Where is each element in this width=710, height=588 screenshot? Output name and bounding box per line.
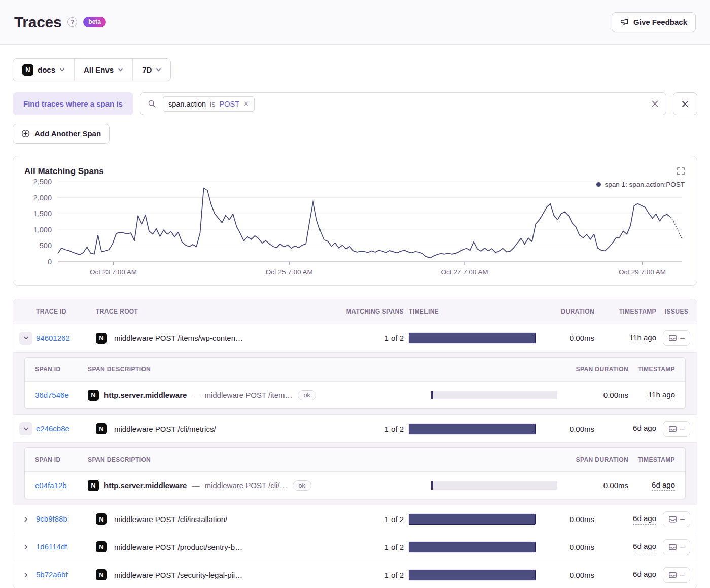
timeline-bar[interactable] [409, 333, 536, 343]
span-status-badge: ok [293, 480, 311, 491]
timestamp-text[interactable]: 6d ago [633, 423, 656, 434]
issues-count: – [680, 542, 685, 551]
trace-id-link[interactable]: 5b72a6bf [36, 570, 68, 579]
trace-id-cell: 9cb9f88b [36, 514, 96, 524]
timestamp-cell: 6d ago [594, 513, 656, 524]
col-span-description: Span Description [88, 456, 425, 463]
collapse-trace-icon[interactable] [19, 422, 32, 435]
search-icon [148, 99, 156, 108]
span-row: e04fa12bNhttp.server.middleware—middlewa… [25, 472, 685, 499]
timestamp-text[interactable]: 6d ago [633, 569, 656, 580]
issues-inbox-icon [668, 425, 677, 433]
timeline-bar[interactable] [409, 514, 536, 525]
matching-spans-cell: 1 of 2 [339, 425, 404, 433]
issues-button[interactable]: – [663, 567, 690, 583]
span-id-link[interactable]: 36d7546e [35, 391, 69, 399]
issues-button[interactable]: – [663, 511, 690, 527]
traces-table: Trace ID Trace Root Matching Spans Timel… [13, 299, 697, 588]
line-chart[interactable]: 05001,0001,5002,0002,500Oct 23 7:00 AMOc… [24, 177, 687, 279]
timestamp-text[interactable]: 11h ago [629, 333, 656, 343]
span-description-text: middleware POST /item… [204, 391, 292, 399]
issues-button[interactable]: – [663, 539, 690, 555]
issues-inbox-icon [668, 334, 677, 342]
timeline-bar[interactable] [409, 570, 536, 580]
span-timestamp-cell: 11h ago [628, 390, 685, 400]
svg-text:Oct 27 7:00 AM: Oct 27 7:00 AM [441, 268, 488, 276]
help-icon[interactable]: ? [67, 17, 77, 27]
col-span-timestamp: Timestamp [628, 456, 685, 463]
chart-legend: span 1: span.action:POST [596, 181, 685, 188]
span-id-link[interactable]: e04fa12b [35, 481, 67, 490]
timeline-cell [404, 514, 541, 525]
trace-row-chevron-cell [13, 332, 36, 345]
timestamp-cell: 6d ago [594, 569, 656, 580]
issues-count: – [680, 570, 685, 579]
collapse-trace-icon[interactable] [19, 332, 32, 345]
matching-spans-cell: 1 of 2 [339, 571, 404, 579]
svg-text:Oct 25 7:00 AM: Oct 25 7:00 AM [266, 268, 313, 276]
matching-spans-cell: 1 of 2 [339, 515, 404, 524]
nextjs-icon: N [96, 513, 107, 525]
issues-cell: – [656, 511, 697, 527]
page-header: Traces ? beta Give Feedback [0, 0, 710, 45]
expand-trace-icon[interactable] [19, 568, 32, 581]
search-filter-chip[interactable]: span.action is POST ✕ [163, 96, 255, 112]
timestamp-text[interactable]: 6d ago [633, 513, 656, 524]
timestamp-cell: 6d ago [594, 423, 656, 434]
issues-count: – [680, 514, 685, 524]
nextjs-icon: N [96, 423, 107, 434]
duration-cell: 0.00ms [541, 543, 594, 551]
trace-id-link[interactable]: e246cb8e [36, 424, 69, 433]
date-range-selector[interactable]: 7D [132, 59, 170, 81]
timestamp-text[interactable]: 6d ago [633, 541, 656, 552]
issues-button[interactable]: – [663, 421, 690, 437]
expand-trace-icon[interactable] [19, 540, 32, 554]
all-matching-spans-chart: All Matching Spans span 1: span.action:P… [13, 156, 697, 286]
timeline-cell [404, 333, 541, 343]
timeline-cell [404, 570, 541, 580]
timestamp-text[interactable]: 11h ago [648, 390, 675, 400]
span-timeline-cell [425, 481, 562, 490]
trace-root-cell: Nmiddleware POST /cli/metrics/ [96, 423, 339, 434]
timeline-cell [404, 542, 541, 552]
issues-count: – [680, 334, 685, 343]
span-search-input[interactable]: span.action is POST ✕ [140, 92, 666, 115]
trace-id-cell: e246cb8e [36, 424, 96, 433]
expand-trace-icon[interactable] [19, 512, 32, 526]
remove-span-filter-button[interactable] [673, 92, 697, 115]
environment-selector[interactable]: All Envs [74, 59, 132, 81]
span-timeline-track[interactable] [431, 391, 557, 399]
give-feedback-button[interactable]: Give Feedback [612, 12, 696, 32]
trace-root-cell: Nmiddleware POST /items/wp-conten… [96, 333, 339, 344]
trace-id-link[interactable]: 9cb9f88b [36, 514, 67, 523]
span-timeline-cell [425, 391, 562, 399]
col-trace-id: Trace ID [36, 308, 96, 315]
duration-cell: 0.00ms [541, 334, 594, 342]
span-query-label: Find traces where a span is [13, 92, 133, 115]
col-span-duration: Span Duration [562, 366, 628, 373]
timeline-bar[interactable] [409, 424, 536, 434]
trace-id-link[interactable]: 1d6114df [36, 542, 67, 551]
chip-remove-icon[interactable]: ✕ [243, 100, 249, 108]
expanded-spans-panel: Span IDSpan DescriptionSpan DurationTime… [13, 352, 697, 414]
timestamp-cell: 6d ago [594, 541, 656, 552]
nextjs-icon: N [96, 333, 107, 344]
fullscreen-icon[interactable] [677, 167, 685, 175]
page-title: Traces [14, 14, 61, 31]
issues-button[interactable]: – [663, 330, 690, 346]
spans-subtable-header: Span IDSpan DescriptionSpan DurationTime… [25, 358, 685, 382]
span-description-text: middleware POST /cli/… [204, 481, 287, 490]
add-another-span-button[interactable]: Add Another Span [13, 124, 110, 144]
col-span-timestamp: Timestamp [628, 366, 685, 373]
trace-id-link[interactable]: 94601262 [36, 334, 70, 342]
timestamp-text[interactable]: 6d ago [652, 480, 675, 491]
search-clear-icon[interactable] [651, 100, 659, 108]
span-timeline-track[interactable] [431, 481, 557, 490]
timeline-bar[interactable] [409, 542, 536, 552]
svg-text:1,000: 1,000 [33, 226, 52, 234]
duration-cell: 0.00ms [541, 425, 594, 433]
col-span-id: Span ID [25, 366, 88, 373]
span-description-cell: Nhttp.server.middleware—middleware POST … [88, 480, 425, 491]
span-description-cell: Nhttp.server.middleware—middleware POST … [88, 390, 425, 401]
project-selector[interactable]: N docs [13, 59, 74, 81]
